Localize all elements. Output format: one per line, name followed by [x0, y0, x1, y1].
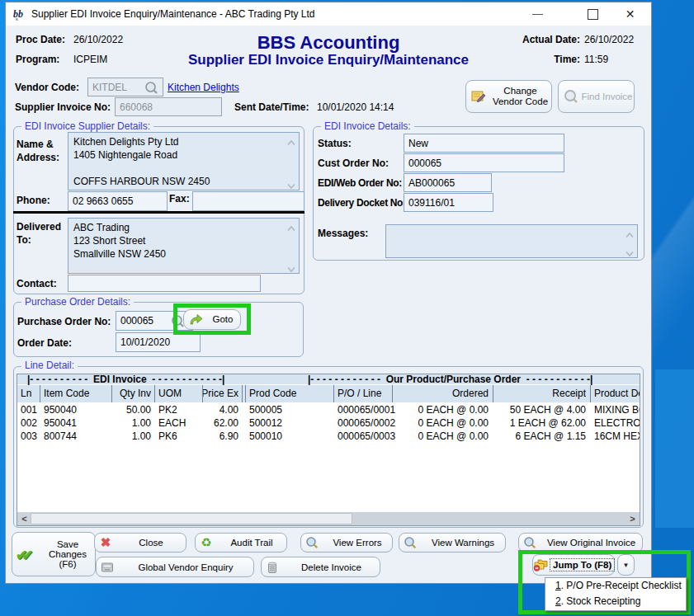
cust-order-value: 000065	[408, 158, 441, 169]
menu-item[interactable]: 1. P/O Pre-Receipt Checklist	[545, 578, 686, 594]
order-date-label: Order Date:	[17, 337, 72, 349]
band-edi-invoice: |- - - - - - - - - - EDI Invoice - - - -…	[27, 374, 224, 385]
maximize-button[interactable]	[581, 2, 605, 26]
horizontal-scrollbar[interactable]: < >	[17, 512, 640, 525]
section-divider	[13, 211, 305, 214]
table-cell: 800744	[44, 430, 108, 442]
column-separator[interactable]	[154, 385, 155, 402]
column-header[interactable]: Ordered	[396, 388, 489, 399]
table-cell: 1.00	[100, 430, 151, 442]
scroll-down-icon[interactable]	[625, 247, 635, 254]
column-separator[interactable]	[242, 385, 243, 402]
column-separator[interactable]	[245, 385, 246, 402]
menu-item[interactable]: 2. Stock Receipting	[545, 594, 686, 609]
close-button[interactable]: ✖ Close	[94, 533, 186, 553]
find-invoice-button[interactable]: Find Invoice	[558, 80, 635, 113]
change-vendor-code-button[interactable]: Change Vendor Code	[465, 80, 552, 113]
column-separator[interactable]	[202, 385, 203, 402]
name-address-textarea[interactable]: Kitchen Delights Pty Ltd 1405 Nightengal…	[68, 132, 300, 190]
column-separator[interactable]	[40, 385, 40, 402]
table-row[interactable]: 00195004050.00PK24.00500005000065/00010 …	[17, 403, 640, 416]
desktop: bb s Supplier EDI Invoice Enquiry/Mainte…	[0, 0, 694, 616]
column-header[interactable]: Price Ex	[189, 388, 238, 399]
delete-invoice-button[interactable]: Delete Invoice	[261, 557, 380, 577]
column-separator[interactable]	[493, 385, 493, 402]
scroll-up-icon[interactable]	[286, 222, 296, 228]
table-cell: 6.90	[189, 430, 238, 442]
column-header[interactable]: Receipt	[493, 388, 586, 399]
column-header[interactable]: Product De	[594, 388, 640, 399]
table-cell: 4.00	[189, 404, 238, 416]
register-icon	[97, 561, 118, 574]
messages-label: Messages:	[318, 228, 368, 239]
view-errors-button[interactable]: View Errors	[300, 533, 393, 553]
status-input[interactable]: New	[404, 134, 564, 153]
contact-label: Contact:	[17, 278, 57, 289]
scroll-down-icon[interactable]	[286, 263, 296, 270]
cust-order-input[interactable]: 000065	[404, 153, 564, 172]
edi-web-order-input[interactable]: AB000065	[404, 173, 492, 192]
vendor-code-value: KITDEL	[92, 82, 127, 93]
save-changes-label: Save Changes (F6)	[40, 539, 95, 569]
close-window-button[interactable]: ✕	[618, 2, 642, 26]
scroll-left-icon[interactable]: <	[18, 512, 31, 525]
table-row[interactable]: 0029500411.00EACH62.00500012000065/00020…	[17, 416, 640, 430]
jump-to-menu: 1. P/O Pre-Receipt Checklist2. Stock Rec…	[545, 577, 687, 611]
table-cell: 50 EACH @ 4.00	[493, 404, 586, 416]
table-header-row: LnItem CodeQty InvUOMPrice ExProd CodeP/…	[17, 385, 640, 402]
actual-date-value: 26/10/2022	[584, 34, 634, 45]
vendor-name-link[interactable]: Kitchen Delights	[168, 82, 239, 93]
column-header[interactable]: Prod Code	[249, 388, 323, 399]
titlebar[interactable]: bb s Supplier EDI Invoice Enquiry/Mainte…	[6, 2, 651, 26]
supplier-invoice-value: 660068	[120, 101, 153, 113]
table-cell: 50.00	[100, 404, 151, 416]
minimize-button[interactable]	[526, 2, 550, 26]
find-invoice-label: Find Invoice	[580, 92, 634, 102]
line-detail-group-label: Line Detail:	[21, 360, 78, 371]
scroll-up-icon[interactable]	[286, 136, 296, 143]
table-cell: 003	[21, 430, 40, 442]
app-icon: bb s	[12, 7, 26, 21]
scroll-up-icon[interactable]	[625, 228, 635, 235]
edi-web-order-label: EDI/Web Order No:	[318, 177, 402, 189]
scrollbar-thumb[interactable]	[31, 513, 352, 524]
phone-value: 02 9663 0655	[73, 195, 133, 207]
save-changes-button[interactable]: ✔✔ Save Changes (F6)	[12, 532, 96, 576]
column-separator[interactable]	[590, 385, 591, 402]
cust-order-label: Cust Order No:	[318, 158, 389, 169]
column-header[interactable]: Qty Inv	[100, 388, 151, 399]
phone-input[interactable]: 02 9663 0655	[68, 191, 168, 211]
purchase-order-no-label: Purchase Order No:	[17, 316, 111, 327]
delivery-docket-label: Delivery Docket No:	[318, 197, 406, 209]
audit-trail-button[interactable]: ♻ Audit Trail	[195, 533, 287, 553]
view-warnings-button[interactable]: View Warnings	[399, 533, 506, 553]
messages-textarea[interactable]	[385, 224, 638, 258]
magnifier-icon	[562, 89, 580, 104]
view-warnings-label: View Warnings	[421, 538, 505, 548]
vendor-lookup-icon[interactable]	[144, 81, 158, 95]
scroll-right-icon[interactable]: >	[626, 512, 639, 525]
change-vendor-label: Change Vendor Code	[489, 86, 551, 107]
fax-input[interactable]	[192, 191, 305, 211]
table-row[interactable]: 0038007441.00PK66.90500010000065/00030 E…	[17, 430, 640, 443]
magnifier-icon	[301, 536, 323, 549]
delivery-docket-input[interactable]: 039116/01	[404, 193, 493, 212]
supplier-invoice-input[interactable]: 660068	[115, 97, 222, 116]
contact-input[interactable]	[68, 275, 261, 292]
trash-icon	[262, 561, 283, 574]
column-header[interactable]: Ln	[21, 388, 40, 399]
scroll-down-icon[interactable]	[286, 180, 296, 186]
order-date-input[interactable]: 10/01/2020	[116, 332, 201, 352]
column-separator[interactable]	[333, 385, 334, 402]
delivered-to-value: ABC Trading 123 Short Street Smallville …	[73, 221, 294, 261]
vendor-code-input[interactable]: KITDEL	[87, 78, 163, 96]
table-cell: 500010	[249, 430, 323, 442]
column-separator[interactable]	[111, 385, 112, 402]
column-separator[interactable]	[392, 385, 393, 402]
magnifier-icon	[519, 536, 541, 549]
column-header[interactable]: Item Code	[44, 388, 108, 399]
global-vendor-enquiry-button[interactable]: Global Vendor Enquiry	[96, 557, 254, 577]
delivered-to-textarea[interactable]: ABC Trading 123 Short Street Smallville …	[68, 218, 300, 274]
delivery-docket-value: 039116/01	[408, 197, 455, 209]
purchase-order-no-value: 000065	[120, 315, 153, 327]
